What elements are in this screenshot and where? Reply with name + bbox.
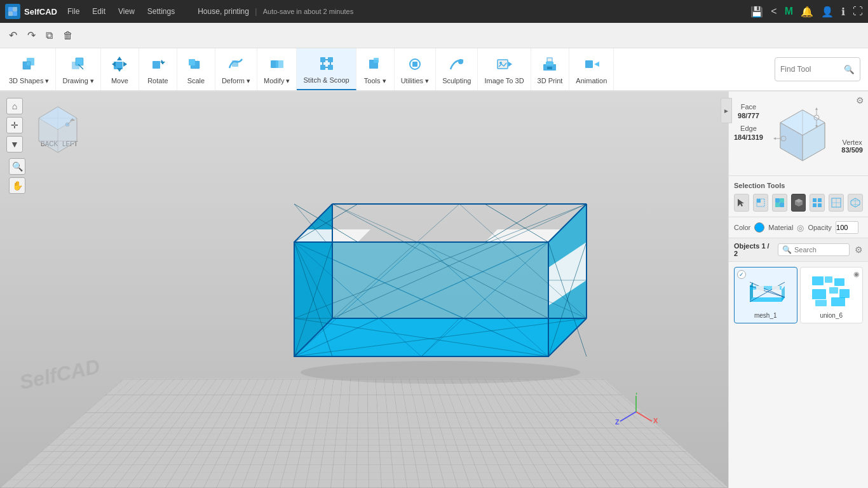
delete-button[interactable]: 🗑 bbox=[59, 27, 77, 44]
opacity-input[interactable] bbox=[836, 221, 858, 234]
material-icon[interactable]: ◎ bbox=[797, 223, 804, 233]
svg-rect-150 bbox=[839, 289, 850, 298]
svg-line-98 bbox=[636, 412, 652, 421]
share-icon[interactable]: < bbox=[771, 6, 776, 17]
search-icon: 🔍 bbox=[782, 245, 792, 254]
tool-3d-shapes[interactable]: 3D Shapes ▾ bbox=[3, 48, 56, 90]
pan-down-button[interactable]: ▼ bbox=[6, 136, 23, 152]
find-tool-input[interactable] bbox=[780, 65, 844, 74]
obj-name-union6: union_6 bbox=[820, 312, 843, 319]
notification-icon[interactable]: 🔔 bbox=[801, 6, 813, 18]
select-box-button[interactable] bbox=[753, 194, 768, 212]
objects-header: Objects 1 / 2 🔍 ⚙ bbox=[729, 238, 868, 262]
tool-modify[interactable]: Modify ▾ bbox=[257, 48, 297, 90]
sel-solid-icon[interactable] bbox=[791, 194, 806, 212]
image-to-3d-icon bbox=[494, 54, 515, 74]
svg-rect-0 bbox=[8, 7, 13, 11]
viewport-controls: ⌂ ✛ ▼ bbox=[6, 98, 23, 152]
menu-settings[interactable]: Settings bbox=[145, 6, 177, 17]
tool-scale[interactable]: Scale bbox=[177, 48, 215, 90]
svg-rect-148 bbox=[812, 289, 826, 299]
viewport-watermark: SelfCAD bbox=[18, 355, 102, 395]
cube-preview-svg bbox=[771, 104, 834, 167]
menu-view[interactable]: View bbox=[116, 6, 137, 17]
tools-icon bbox=[365, 54, 385, 74]
svg-rect-3 bbox=[13, 11, 17, 16]
tool-rotate[interactable]: Rotate bbox=[139, 48, 177, 90]
tool-utilities[interactable]: Utilities ▾ bbox=[395, 48, 437, 90]
color-label: Color bbox=[734, 224, 750, 231]
zoom-button[interactable]: 🔍 bbox=[9, 158, 25, 175]
edge-value: 184/1319 bbox=[734, 133, 763, 141]
objects-search: 🔍 bbox=[778, 243, 850, 256]
tool-3d-print-label: 3D Print bbox=[538, 77, 563, 85]
svg-rect-24 bbox=[320, 65, 325, 70]
color-swatch[interactable] bbox=[754, 222, 764, 233]
tool-drawing[interactable]: Drawing ▾ bbox=[56, 48, 100, 90]
user-icon[interactable]: 👤 bbox=[821, 6, 834, 18]
find-tool-button[interactable]: 🔍 bbox=[844, 65, 855, 74]
objects-settings-icon[interactable]: ⚙ bbox=[855, 245, 863, 255]
svg-rect-120 bbox=[780, 198, 784, 203]
panel-settings-icon[interactable]: ⚙ bbox=[856, 95, 864, 105]
svg-point-97 bbox=[301, 361, 580, 384]
info-icon[interactable]: ℹ bbox=[841, 6, 845, 18]
tool-move[interactable]: Move bbox=[101, 48, 139, 90]
svg-rect-18 bbox=[189, 59, 195, 65]
svg-rect-146 bbox=[825, 276, 832, 283]
sel-grid-icon[interactable] bbox=[810, 194, 825, 212]
svg-line-100 bbox=[620, 412, 636, 421]
object-card-mesh1[interactable]: ✓ bbox=[734, 267, 797, 323]
redo-button[interactable]: ↷ bbox=[24, 27, 39, 44]
copy-button[interactable]: ⧉ bbox=[42, 27, 57, 44]
logo-icon bbox=[5, 4, 20, 19]
tool-sculpting[interactable]: Sculpting bbox=[436, 48, 478, 90]
fit-view-button[interactable]: ✛ bbox=[6, 117, 23, 133]
panel-toggle[interactable]: ► bbox=[721, 98, 732, 123]
geometry-info: ⚙ Face 98/777 Edge 184/1319 bbox=[729, 92, 868, 176]
svg-rect-117 bbox=[757, 199, 761, 203]
tool-deform[interactable]: Deform ▾ bbox=[215, 48, 257, 90]
svg-rect-149 bbox=[829, 287, 838, 294]
m-icon[interactable]: M bbox=[785, 6, 793, 17]
fullscreen-icon[interactable]: ⛶ bbox=[853, 6, 863, 17]
sel-vertex-icon[interactable] bbox=[848, 194, 863, 212]
svg-rect-143 bbox=[756, 286, 764, 291]
objects-search-input[interactable] bbox=[794, 246, 845, 254]
deform-icon bbox=[226, 54, 246, 74]
svg-rect-152 bbox=[831, 297, 845, 306]
sel-mesh-icon[interactable] bbox=[829, 194, 844, 212]
svg-marker-136 bbox=[750, 297, 785, 302]
menu-edit[interactable]: Edit bbox=[90, 6, 108, 17]
objects-count: 1 / 2 bbox=[734, 242, 770, 257]
select-single-button[interactable] bbox=[734, 194, 749, 212]
opacity-label: Opacity bbox=[808, 224, 831, 231]
viewport[interactable]: ⌂ ✛ ▼ BACK LEFT bbox=[0, 92, 728, 488]
tool-3d-print[interactable]: 3D Print bbox=[531, 48, 570, 90]
pan-button[interactable]: ✋ bbox=[9, 177, 25, 194]
app-name: SelfCAD bbox=[24, 7, 57, 17]
animation-icon bbox=[581, 54, 602, 74]
tool-palette: 3D Shapes ▾ Drawing ▾ Move bbox=[0, 48, 868, 92]
svg-marker-37 bbox=[508, 62, 512, 67]
scale-icon bbox=[186, 54, 206, 74]
edge-info: Edge 184/1319 bbox=[734, 125, 763, 141]
save-icon[interactable]: 💾 bbox=[750, 6, 763, 18]
tool-modify-label: Modify ▾ bbox=[264, 77, 290, 85]
svg-rect-39 bbox=[546, 62, 553, 65]
svg-rect-151 bbox=[815, 300, 827, 306]
model-container bbox=[127, 123, 728, 437]
tool-tools[interactable]: Tools ▾ bbox=[356, 48, 395, 90]
nav-cube[interactable]: BACK LEFT bbox=[29, 100, 86, 158]
tool-animation[interactable]: Animation bbox=[569, 48, 614, 90]
undo-button[interactable]: ↶ bbox=[5, 27, 21, 44]
menu-file[interactable]: File bbox=[65, 6, 82, 17]
tool-stitch-scoop[interactable]: Stitch & Scoop bbox=[297, 48, 356, 90]
select-lasso-button[interactable] bbox=[772, 194, 787, 212]
vertex-label: Vertex bbox=[843, 139, 862, 146]
tool-animation-label: Animation bbox=[576, 77, 607, 85]
tool-image-to-3d[interactable]: Image To 3D bbox=[478, 48, 531, 90]
object-card-union6[interactable]: ◉ union bbox=[800, 267, 864, 323]
home-view-button[interactable]: ⌂ bbox=[6, 98, 23, 114]
svg-rect-41 bbox=[547, 67, 552, 69]
